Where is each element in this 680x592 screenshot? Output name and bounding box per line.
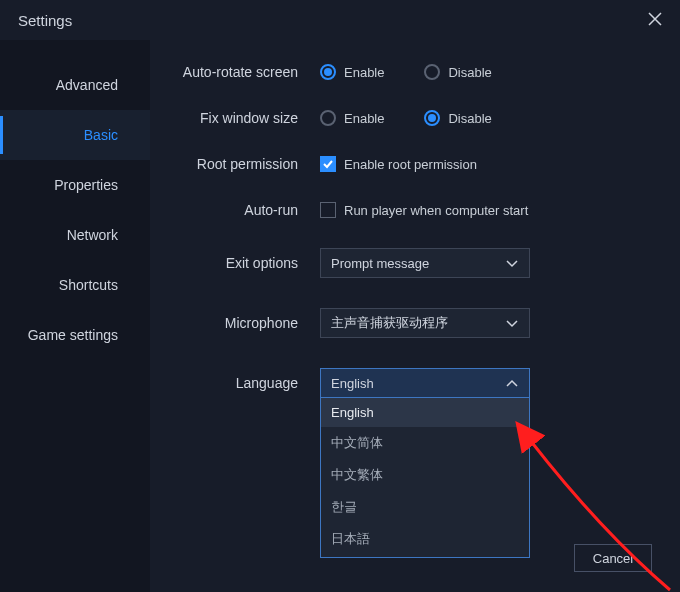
close-icon bbox=[648, 12, 662, 26]
auto-rotate-disable-radio[interactable]: Disable bbox=[424, 64, 491, 80]
root-label: Root permission bbox=[170, 156, 320, 172]
language-option[interactable]: 中文简体 bbox=[321, 427, 529, 459]
language-option[interactable]: English bbox=[321, 398, 529, 427]
exit-select[interactable]: Prompt message bbox=[320, 248, 530, 278]
fix-window-label: Fix window size bbox=[170, 110, 320, 126]
language-label: Language bbox=[170, 375, 320, 391]
radio-icon bbox=[320, 64, 336, 80]
microphone-select[interactable]: 主声音捕获驱动程序 bbox=[320, 308, 530, 338]
sidebar-item-basic[interactable]: Basic bbox=[0, 110, 150, 160]
radio-icon bbox=[424, 110, 440, 126]
root-checkbox[interactable]: Enable root permission bbox=[320, 156, 477, 172]
content-panel: Auto-rotate screen Enable Disable Fix wi… bbox=[150, 40, 680, 592]
sidebar-item-properties[interactable]: Properties bbox=[0, 160, 150, 210]
sidebar-item-shortcuts[interactable]: Shortcuts bbox=[0, 260, 150, 310]
sidebar-item-label: Shortcuts bbox=[59, 277, 118, 293]
fix-window-disable-radio[interactable]: Disable bbox=[424, 110, 491, 126]
autorun-label: Auto-run bbox=[170, 202, 320, 218]
radio-icon bbox=[424, 64, 440, 80]
sidebar: Advanced Basic Properties Network Shortc… bbox=[0, 40, 150, 592]
close-button[interactable] bbox=[648, 10, 662, 31]
language-option[interactable]: 日本語 bbox=[321, 523, 529, 555]
language-option[interactable]: Tiếng Việt bbox=[321, 555, 529, 558]
sidebar-item-label: Advanced bbox=[56, 77, 118, 93]
language-option[interactable]: 한글 bbox=[321, 491, 529, 523]
radio-icon bbox=[320, 110, 336, 126]
autorun-checkbox[interactable]: Run player when computer start bbox=[320, 202, 528, 218]
auto-rotate-label: Auto-rotate screen bbox=[170, 64, 320, 80]
language-option[interactable]: 中文繁体 bbox=[321, 459, 529, 491]
header: Settings bbox=[0, 0, 680, 40]
fix-window-enable-radio[interactable]: Enable bbox=[320, 110, 384, 126]
sidebar-item-label: Basic bbox=[84, 127, 118, 143]
sidebar-item-game-settings[interactable]: Game settings bbox=[0, 310, 150, 360]
sidebar-item-label: Game settings bbox=[28, 327, 118, 343]
exit-label: Exit options bbox=[170, 255, 320, 271]
chevron-down-icon bbox=[505, 316, 519, 330]
sidebar-item-network[interactable]: Network bbox=[0, 210, 150, 260]
checkbox-icon bbox=[320, 202, 336, 218]
chevron-up-icon bbox=[505, 376, 519, 390]
microphone-label: Microphone bbox=[170, 315, 320, 331]
auto-rotate-enable-radio[interactable]: Enable bbox=[320, 64, 384, 80]
window-title: Settings bbox=[18, 12, 72, 29]
cancel-button[interactable]: Cancel bbox=[574, 544, 652, 572]
chevron-down-icon bbox=[505, 256, 519, 270]
sidebar-item-advanced[interactable]: Advanced bbox=[0, 60, 150, 110]
sidebar-item-label: Properties bbox=[54, 177, 118, 193]
checkbox-icon bbox=[320, 156, 336, 172]
sidebar-item-label: Network bbox=[67, 227, 118, 243]
language-dropdown[interactable]: English 中文简体 中文繁体 한글 日本語 Tiếng Việt bbox=[320, 398, 530, 558]
language-select[interactable]: English bbox=[320, 368, 530, 398]
